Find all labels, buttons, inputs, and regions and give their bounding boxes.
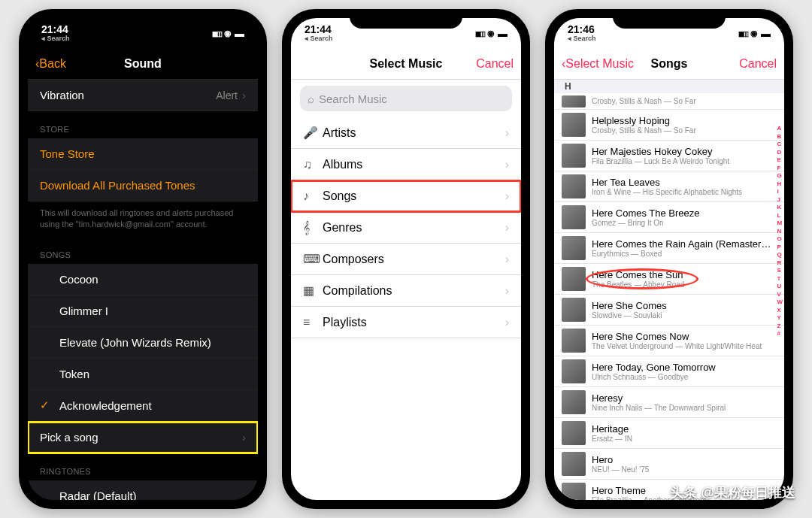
alpha-X[interactable]: X [777,307,783,314]
category-label: Playlists [323,316,367,329]
cancel-button[interactable]: Cancel [739,57,777,71]
song-option-selected[interactable]: ✓Acknowledgement [28,390,258,422]
search-input[interactable]: ⌕ Search Music [300,86,512,111]
song-label: Glimmer I [59,304,108,317]
back-label: Select Music [565,57,634,71]
status-breadcrumb[interactable]: ◂ Search [568,35,596,42]
cancel-button[interactable]: Cancel [476,57,514,71]
song-title: Helplessly Hoping [592,115,778,126]
alpha-O[interactable]: O [777,235,783,242]
tone-store-label: Tone Store [40,147,95,160]
row-download-all[interactable]: Download All Purchased Tones [28,170,258,201]
notch [613,9,726,29]
alpha-index[interactable]: ABCDEFGHIJKLMNOPQRSTUVWXYZ# [777,125,783,337]
alpha-V[interactable]: V [777,291,783,298]
alpha-P[interactable]: P [777,244,783,250]
alpha-F[interactable]: F [777,165,783,171]
song-row[interactable]: Here She Comes NowThe Velvet Underground… [554,326,784,356]
navbar: Select Music Cancel [291,48,521,80]
category-songs[interactable]: ♪Songs› [291,180,521,212]
category-artists[interactable]: 🎤Artists› [291,117,521,149]
category-composers[interactable]: ⌨Composers› [291,244,521,275]
alpha-I[interactable]: I [777,188,783,195]
song-option[interactable]: Token [28,359,258,390]
alpha-Q[interactable]: Q [777,251,783,258]
alpha-M[interactable]: M [777,220,783,226]
album-art [562,390,586,414]
back-button[interactable]: ‹ Back [35,57,66,71]
row-vibration[interactable]: Vibration Alert › [28,80,258,111]
alpha-N[interactable]: N [777,228,783,235]
song-title: Heritage [592,423,778,435]
alpha-Y[interactable]: Y [777,314,783,321]
album-art [562,359,586,383]
song-row[interactable]: Here She ComesSlowdive — Souvlaki [554,295,784,326]
alpha-K[interactable]: K [777,204,783,211]
song-row[interactable]: HeritageErsatz — IN [554,418,784,449]
category-genres[interactable]: 𝄞Genres› [291,212,521,244]
status-icons [475,28,508,39]
status-breadcrumb[interactable]: ◂ Search [41,35,70,42]
chevron-right-icon: › [505,189,509,203]
song-subtitle: Gomez — Bring It On [592,219,778,227]
vibration-label: Vibration [40,89,84,101]
alpha-L[interactable]: L [777,212,783,219]
song-row[interactable]: Her Majesties Hokey CokeyFila Brazillia … [554,141,784,171]
song-row[interactable]: Here Comes The BreezeGomez — Bring It On [554,202,784,233]
pick-song-label: Pick a song [40,431,98,444]
category-albums[interactable]: ♫Albums› [291,149,521,180]
alpha-R[interactable]: R [777,259,783,266]
song-row[interactable]: HeresyNine Inch Nails — The Downward Spi… [554,387,784,418]
alpha-B[interactable]: B [777,133,783,140]
alpha-S[interactable]: S [777,267,783,274]
song-row[interactable]: Here Comes the Rain Again (Remaster…Eury… [554,233,784,264]
alpha-G[interactable]: G [777,172,783,179]
song-row[interactable]: HeroNEU! — Neu! '75 [554,449,784,480]
status-breadcrumb[interactable]: ◂ Search [304,35,333,42]
song-option[interactable]: Glimmer I [28,295,258,327]
chevron-right-icon: › [505,158,509,171]
song-subtitle: Crosby, Stills & Nash — So Far [592,126,778,135]
alpha-J[interactable]: J [777,196,783,203]
alpha-#[interactable]: # [777,330,783,337]
checkmark-icon: ✓ [40,398,50,412]
store-footer: This will download all ringtones and ale… [28,201,258,237]
alpha-T[interactable]: T [777,275,783,282]
song-row-partial[interactable]: Crosby, Stills & Nash — So Far [554,93,784,110]
ringtone-label: Radar (Default) [59,489,137,500]
song-row[interactable]: Here Today, Gone TomorrowUlrich Schnauss… [554,356,784,387]
song-label: Elevate (John Wizards Remix) [59,336,211,349]
category-compilations[interactable]: ▦Compilations› [291,275,521,307]
alpha-H[interactable]: H [777,180,783,187]
album-art [562,144,586,168]
category-icon: 🎤 [303,126,323,140]
song-subtitle: Ersatz — IN [592,435,778,443]
album-art [562,483,586,500]
row-pick-a-song[interactable]: Pick a song› [28,422,258,453]
section-ringtones: RINGTONES [28,453,258,480]
category-icon: ♪ [303,189,323,203]
alpha-Z[interactable]: Z [777,323,783,329]
category-label: Compilations [323,284,392,298]
album-art [562,205,586,229]
song-title: Heresy [592,392,778,404]
song-title: Her Tea Leaves [592,177,778,188]
alpha-E[interactable]: E [777,156,783,163]
status-time: 21:46 [568,24,596,35]
alpha-W[interactable]: W [777,298,783,305]
song-option[interactable]: Cocoon [28,264,258,295]
alpha-D[interactable]: D [777,149,783,156]
song-option[interactable]: Elevate (John Wizards Remix) [28,327,258,359]
alpha-A[interactable]: A [777,125,783,132]
song-row[interactable]: Here Comes the SunThe Beatles — Abbey Ro… [554,264,784,295]
ringtone-option[interactable]: Radar (Default) [28,480,258,500]
back-button[interactable]: ‹Select Music [562,57,634,71]
row-tone-store[interactable]: Tone Store [28,138,258,170]
alpha-U[interactable]: U [777,283,783,289]
song-row[interactable]: Her Tea LeavesIron & Wine — His Specific… [554,171,784,202]
category-playlists[interactable]: ≡Playlists› [291,307,521,338]
alpha-C[interactable]: C [777,141,783,147]
section-index-h: H [554,80,784,93]
song-label: Acknowledgement [59,399,152,412]
song-row[interactable]: Helplessly HopingCrosby, Stills & Nash —… [554,110,784,141]
